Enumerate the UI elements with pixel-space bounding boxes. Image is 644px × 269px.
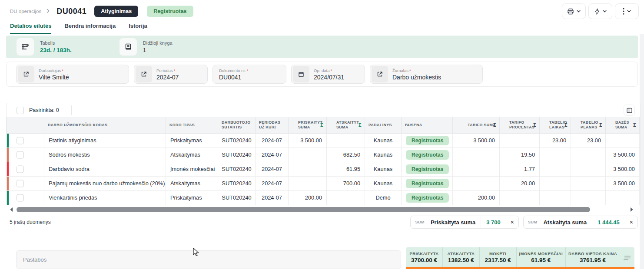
sum-icon[interactable]: Σ bbox=[533, 122, 536, 128]
cell-bazes_bruto bbox=[640, 190, 641, 205]
didzioji-knyga-info[interactable]: Didžioji knyga 1 bbox=[120, 38, 173, 56]
total-value: 61.95 € bbox=[531, 257, 551, 263]
cell-priskaityta bbox=[289, 148, 327, 162]
op-data-field[interactable]: Op. data* 2024/07/31 bbox=[291, 65, 365, 84]
scroll-left-arrow-icon[interactable] bbox=[10, 207, 13, 212]
total-label: MOKĖTI bbox=[489, 251, 506, 256]
column-header-tarifo_procentas[interactable]: TARIFO PROCENTASΣ bbox=[500, 117, 540, 133]
cell-busena: Registruotas bbox=[402, 162, 453, 176]
cell-kodas: Pajamų mokestis nuo darbo užmokesčio (20… bbox=[44, 176, 166, 190]
column-header-padalinys[interactable]: PADALINYS bbox=[365, 117, 402, 133]
cell-tabelio_laikas bbox=[540, 162, 571, 176]
sum-icon[interactable]: Σ bbox=[599, 122, 602, 128]
required-asterisk: * bbox=[247, 68, 249, 73]
column-header-atskaityta[interactable]: ATSKAITYT. SUMAΣ bbox=[327, 117, 365, 133]
chip-label: Priskaityta suma bbox=[429, 219, 481, 226]
cell-tabelio_planas bbox=[571, 162, 606, 176]
sum-icon[interactable]: Σ bbox=[633, 122, 636, 128]
column-header-kodas[interactable]: DARBO UŽMOKESČIO KODAS bbox=[44, 117, 166, 133]
cell-tipas: Įmonės mokesčiai bbox=[166, 162, 218, 176]
scrollbar-track[interactable] bbox=[17, 207, 627, 212]
column-header-tabelio_planas[interactable]: TABELIO PLANASΣ bbox=[571, 117, 606, 133]
sum-icon[interactable]: Σ bbox=[320, 122, 323, 128]
calendar-icon[interactable] bbox=[293, 66, 309, 82]
row-checkbox[interactable] bbox=[17, 151, 24, 158]
column-header-busena[interactable]: BŪSENA bbox=[402, 117, 453, 133]
row-type-indicator bbox=[7, 134, 9, 148]
field-label: Op. data bbox=[314, 68, 329, 73]
cell-bazes_bruto bbox=[640, 176, 641, 190]
print-menu-button[interactable] bbox=[562, 3, 586, 19]
dokumento-nr-field[interactable]: Dokumento nr.* DU0041 bbox=[212, 65, 286, 84]
row-checkbox[interactable] bbox=[17, 180, 24, 187]
cell-tipas: Priskaitymas bbox=[166, 190, 218, 205]
sum-chips: SUM Priskaityta suma 3 700 × SUM Atskait… bbox=[410, 216, 638, 229]
column-header-periodas[interactable]: PERIODAS UŽ KURĮ bbox=[256, 117, 289, 133]
darbuotojas-field[interactable]: Darbuotojas* Viltė Smiltė bbox=[16, 65, 129, 84]
selected-count-label: Pasirinkta: 0 bbox=[29, 107, 59, 113]
external-link-icon[interactable] bbox=[18, 66, 34, 82]
timesheet-icon bbox=[17, 38, 34, 56]
tabelis-info[interactable]: Tabelis 23d. / 183h. bbox=[17, 38, 72, 56]
chip-value: 3 700 bbox=[481, 216, 506, 228]
atskaityta-suma-chip: SUM Atskaityta suma 1 444.45 × bbox=[523, 216, 638, 229]
field-value: 2024/07/31 bbox=[314, 74, 344, 81]
column-header-sutartis[interactable]: DARBUOTOJO SUTARTIS bbox=[218, 117, 256, 133]
cell-busena: Registruotas bbox=[402, 176, 453, 190]
flash-icon bbox=[594, 8, 600, 15]
atskaityta-total: ATSKAITYTA 1382.50 € bbox=[443, 247, 480, 269]
column-header-priskaityta[interactable]: PRISKAITYT. SUMAΣ bbox=[289, 117, 327, 133]
tab-bendra-informacija[interactable]: Bendra informacija bbox=[64, 20, 116, 34]
cell-kodas: Sodros mokestis bbox=[44, 148, 166, 162]
column-header-bazes_suma[interactable]: BAZĖS SUMAΣ bbox=[606, 117, 640, 133]
more-menu-button[interactable] bbox=[615, 3, 639, 19]
sum-icon[interactable]: Σ bbox=[359, 122, 362, 128]
tab-detalios-eilutes[interactable]: Detalios eilutės bbox=[10, 20, 51, 34]
row-checkbox[interactable] bbox=[17, 137, 24, 144]
column-header-tipas[interactable]: KODO TIPAS bbox=[166, 117, 218, 133]
moketi-total: MOKĖTI 2317.50 € bbox=[480, 247, 517, 269]
cell-priskaityta bbox=[289, 162, 327, 176]
row-checkbox[interactable] bbox=[17, 165, 24, 173]
cell-tabelio_laikas bbox=[540, 176, 571, 190]
row-status-badge: Registruotas bbox=[406, 193, 449, 203]
required-asterisk: * bbox=[62, 68, 63, 73]
zurnalas-field[interactable]: Žurnalas* Darbo užmokestis bbox=[370, 65, 483, 84]
sum-icon[interactable]: Σ bbox=[564, 122, 568, 128]
cell-periodas: 2024-07 bbox=[256, 133, 289, 148]
external-link-icon[interactable] bbox=[372, 66, 388, 82]
cell-tarifo_suma: 3 500.00 bbox=[453, 133, 500, 148]
cell-tarifo_suma bbox=[453, 162, 500, 176]
summary-menu-icon[interactable] bbox=[620, 247, 634, 269]
notes-input[interactable]: Pastabos bbox=[16, 250, 401, 269]
tab-istorija[interactable]: Istorija bbox=[129, 20, 147, 34]
close-icon[interactable]: × bbox=[506, 216, 518, 228]
total-value: 2317.50 € bbox=[485, 257, 511, 263]
table-row: Darbdavio sodraĮmonės mokesčiaiSUT020240… bbox=[7, 162, 641, 176]
row-status-badge: Registruotas bbox=[406, 136, 449, 145]
chip-value: 1 444.45 bbox=[592, 216, 625, 228]
table-row: Vienkartinis priedasPriskaitymasSUT02024… bbox=[7, 190, 641, 205]
sum-icon[interactable]: Σ bbox=[493, 122, 496, 128]
external-link-icon[interactable] bbox=[136, 66, 152, 82]
quick-actions-menu-button[interactable] bbox=[588, 3, 612, 19]
column-chooser-button[interactable] bbox=[624, 105, 635, 116]
select-all-checkbox[interactable] bbox=[17, 107, 24, 114]
scrollbar-thumb[interactable] bbox=[17, 207, 590, 212]
field-label: Darbuotojas bbox=[39, 68, 61, 73]
periodas-field[interactable]: Periodas* 2024-07 bbox=[134, 65, 208, 84]
cell-tarifo_procentas: 1.77 bbox=[500, 162, 540, 176]
column-header-bazes_bruto[interactable]: BAZĖS BRUTO SUMA bbox=[640, 117, 641, 133]
cell-priskaityta: 3 500.00 bbox=[289, 133, 327, 148]
column-header-tabelio_laikas[interactable]: TABELIO LAIKASΣ bbox=[540, 117, 571, 133]
column-header-tarifo_suma[interactable]: TARIFO SUMAΣ bbox=[453, 117, 500, 133]
breadcrumb-parent[interactable]: DU operacijos bbox=[10, 9, 41, 14]
close-icon[interactable]: × bbox=[625, 216, 637, 228]
scroll-right-arrow-icon[interactable] bbox=[630, 207, 634, 212]
row-select-cell bbox=[7, 133, 44, 148]
cell-atskaityta bbox=[327, 190, 365, 205]
imones-mokesciai-total: ĮMONĖS MOKESČIAI 61.95 € bbox=[517, 247, 566, 269]
sum-tag: SUM bbox=[411, 220, 429, 224]
row-checkbox[interactable] bbox=[17, 194, 24, 201]
cell-tipas: Priskaitymas bbox=[166, 133, 218, 148]
